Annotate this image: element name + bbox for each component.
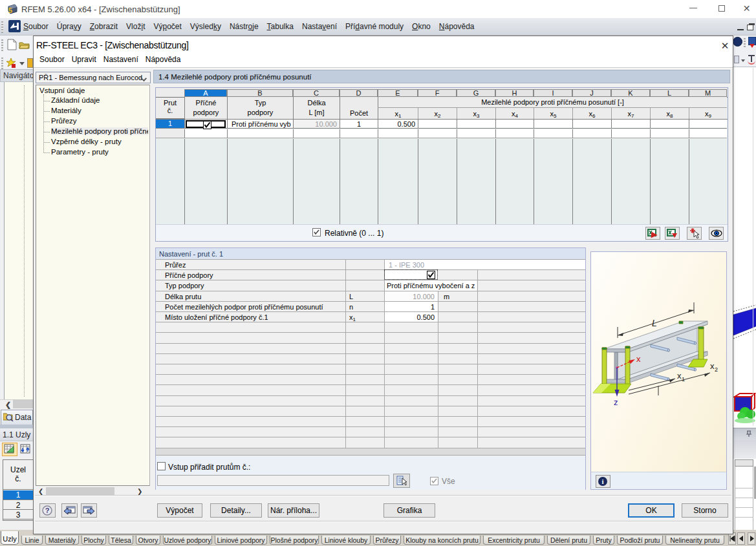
svg-text:2: 2 bbox=[715, 366, 718, 373]
svg-text:?: ? bbox=[45, 507, 50, 514]
svg-text:z: z bbox=[614, 397, 618, 407]
svg-text:L: L bbox=[652, 318, 657, 328]
svg-text:x: x bbox=[636, 354, 641, 364]
svg-text:x: x bbox=[677, 371, 682, 381]
svg-text:x: x bbox=[710, 361, 715, 371]
svg-text:5: 5 bbox=[8, 6, 12, 14]
